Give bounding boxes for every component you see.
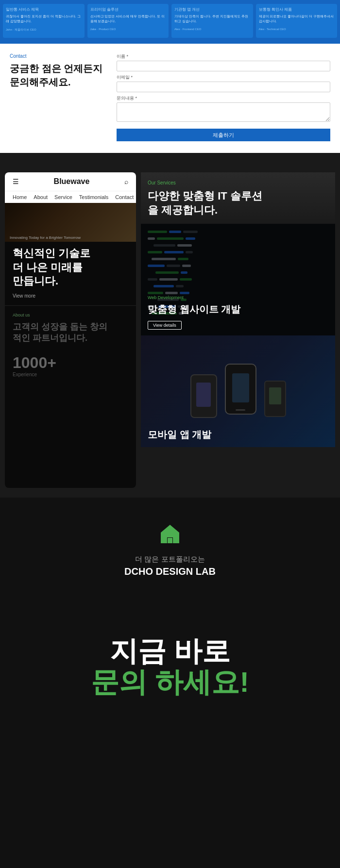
- portfolio-text: 더 많은 포트폴리오는: [135, 555, 204, 564]
- about-text: 고객의 성장을 돕는 창의 적인 파트너입니다.: [13, 321, 128, 344]
- cta-line2: 문의 하세요!: [19, 667, 321, 698]
- name-field-group: 이름 *: [117, 53, 330, 71]
- stat-number: 1000+: [13, 354, 128, 372]
- nav-link-home[interactable]: Home: [13, 194, 27, 200]
- top-cards-row: 일반통 서비스 제목 귀찮아서 좋아진 포지션 좀이 더 적합니스나다. 그래 …: [0, 0, 340, 44]
- message-input[interactable]: [117, 102, 330, 122]
- about-label: About us: [13, 313, 128, 317]
- message-field-group: 문의내용 *: [117, 95, 330, 124]
- top-card-3-body: 기대이상 만족이 됩니다. 주변 지인들에게도 추천하고 싶습니다.: [174, 14, 250, 24]
- nav-link-testimonials[interactable]: Testimonials: [79, 194, 109, 200]
- top-card-4-tag: Alex · Technical CEO: [259, 28, 335, 31]
- top-card-2-tag: Jake · Product CEO: [90, 28, 166, 31]
- nav-link-contact[interactable]: Contact: [115, 194, 134, 200]
- top-card-2-body: 선사하고 있었던 서비스에 매우 만족합니다. 또 이용해 보겠습니다.: [90, 14, 166, 24]
- top-card-4-title: 보통형 확인사 제품: [259, 7, 335, 12]
- phone-hero-image: Innovating Today for a Brighter Tomorrow: [5, 203, 136, 242]
- services-title: 다양한 맞춤형 IT 솔루션 을 제공합니다.: [148, 189, 328, 217]
- top-card-1: 일반통 서비스 제목 귀찮아서 좋아진 포지션 좀이 더 적합니스나다. 그래 …: [3, 4, 85, 38]
- top-card-2-title: 프리미엄 솔루션: [90, 7, 166, 12]
- hero-title-line3: 만듭니다.: [13, 275, 58, 287]
- portfolio-section: 더 많은 포트폴리오는 DCHO DESIGN LAB: [0, 498, 340, 597]
- web-dev-btn[interactable]: View details: [148, 321, 182, 330]
- contact-form: 이름 * 이메일 * 문의내용 * 제출하기: [117, 53, 330, 141]
- hero-tag: Innovating Today for a Brighter Tomorrow: [5, 234, 85, 242]
- about-text-line2: 적인 파트너입니다.: [13, 333, 87, 343]
- top-card-1-tag: John · 제품라이브 CEO: [6, 28, 82, 32]
- cta-line1: 지금 바로: [19, 635, 321, 667]
- services-header: Our Services 다양한 맞춤형 IT 솔루션 을 제공합니다.: [141, 172, 335, 224]
- contact-heading-line1: 궁금한 점은 언제든지: [10, 63, 102, 74]
- name-input[interactable]: [117, 61, 330, 71]
- top-card-4-body: 제공이 피로했나요 좋아나다같이 더 구현해주셔서 감사합니다.: [259, 14, 335, 24]
- top-card-2: 프리미엄 솔루션 선사하고 있었던 서비스에 매우 만족합니다. 또 이용해 보…: [87, 4, 169, 38]
- preview-section: ☰ Bluewave ⌕ Home About Service Testimon…: [0, 172, 340, 498]
- name-field-label: 이름 *: [117, 53, 330, 60]
- portfolio-brand: DCHO DESIGN LAB: [124, 566, 216, 577]
- contact-label: Contact: [10, 53, 107, 59]
- contact-section: Contact 궁금한 점은 언제든지 문의해주세요. 이름 * 이메일 * 문…: [0, 44, 340, 153]
- submit-button[interactable]: 제출하기: [117, 129, 330, 141]
- phone-mockup-left: ☰ Bluewave ⌕ Home About Service Testimon…: [5, 172, 136, 488]
- web-dev-tag: Web Development: [148, 295, 328, 300]
- top-card-3: 기관형 앱 개선 기대이상 만족이 됩니다. 주변 지인들에게도 추천하고 싶습…: [171, 4, 253, 38]
- top-card-4: 보통형 확인사 제품 제공이 피로했나요 좋아나다같이 더 구현해주셔서 감사합…: [256, 4, 338, 38]
- contact-heading-line2: 문의해주세요.: [10, 77, 71, 87]
- top-card-1-title: 일반통 서비스 제목: [6, 7, 82, 12]
- email-field-group: 이메일 *: [117, 74, 330, 92]
- message-field-label: 문의내용 *: [117, 95, 330, 101]
- hero-title-line1: 혁신적인 기술로: [13, 247, 90, 259]
- services-label: Our Services: [148, 180, 328, 185]
- nav-link-service[interactable]: Service: [54, 194, 72, 200]
- email-field-label: 이메일 *: [117, 74, 330, 81]
- top-card-3-tag: Alex · Frontend CEO: [174, 28, 250, 31]
- email-input[interactable]: [117, 82, 330, 92]
- phone-about: About us 고객의 성장을 돕는 창의 적인 파트너입니다. 1000+ …: [5, 305, 136, 384]
- about-text-line1: 고객의 성장을 돕는 창의: [13, 322, 107, 332]
- web-dev-card[interactable]: Web Development 맞춤형 웹사이트 개발 View details: [141, 224, 335, 335]
- web-dev-content: Web Development 맞춤형 웹사이트 개발 View details: [141, 289, 335, 335]
- mobile-app-content: 모바일 앱 개발: [141, 422, 335, 447]
- dark-gap: [0, 153, 340, 172]
- contact-heading: 궁금한 점은 언제든지 문의해주세요.: [10, 62, 107, 89]
- nav-link-about[interactable]: About: [34, 194, 48, 200]
- hero-title: 혁신적인 기술로 더 나은 미래를 만듭니다.: [13, 247, 128, 288]
- phone-navbar: ☰ Bluewave ⌕: [5, 172, 136, 191]
- top-card-3-title: 기관형 앱 개선: [174, 7, 250, 12]
- hero-title-line2: 더 나은 미래를: [13, 261, 83, 273]
- web-dev-title: 맞춤형 웹사이트 개발: [148, 303, 328, 316]
- stat-label: Experience: [13, 372, 128, 377]
- mobile-app-title: 모바일 앱 개발: [148, 428, 328, 441]
- hero-view-more-btn[interactable]: View more: [13, 293, 128, 299]
- contact-left: Contact 궁금한 점은 언제든지 문의해주세요.: [10, 53, 107, 141]
- phone-hero-content: 혁신적인 기술로 더 나은 미래를 만듭니다. View more: [5, 242, 136, 305]
- nav-brand: Bluewave: [54, 177, 90, 186]
- services-panel: Our Services 다양한 맞춤형 IT 솔루션 을 제공합니다.: [141, 172, 335, 488]
- mobile-app-card[interactable]: 모바일 앱 개발: [141, 335, 335, 447]
- top-card-1-body: 귀찮아서 좋아진 포지션 좀이 더 적합니스나다. 그래 감당했습니다.: [6, 14, 82, 24]
- services-title-line1: 다양한 맞춤형 IT 솔루션: [148, 190, 262, 202]
- services-title-line2: 을 제공합니다.: [148, 204, 218, 216]
- search-icon[interactable]: ⌕: [124, 178, 128, 185]
- hamburger-icon[interactable]: ☰: [13, 178, 19, 185]
- house-icon: [158, 522, 182, 546]
- phone-nav-links: Home About Service Testimonials Contact: [5, 191, 136, 203]
- cta-section: 지금 바로 문의 하세요!: [0, 597, 340, 746]
- svg-rect-0: [168, 538, 172, 543]
